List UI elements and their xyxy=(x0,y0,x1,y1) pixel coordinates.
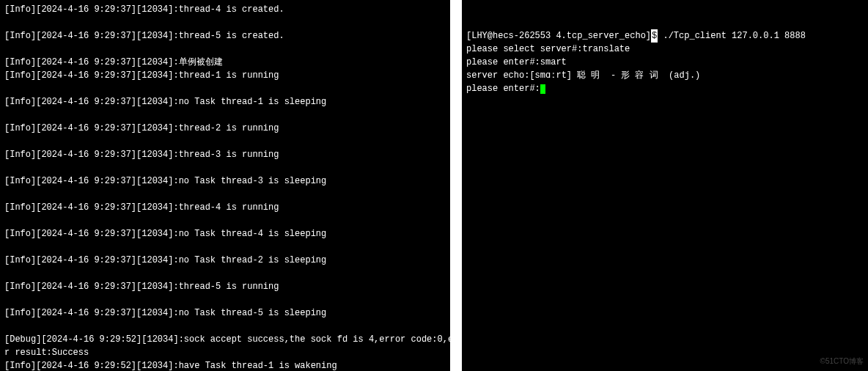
log-line xyxy=(4,214,446,227)
log-line: [Info][2024-4-16 9:29:37][12034]:thread-… xyxy=(4,3,446,16)
log-line: [Info][2024-4-16 9:29:37][12034]:no Task… xyxy=(4,306,446,320)
log-line xyxy=(4,82,446,95)
log-line: [Debug][2024-4-16 9:29:52][12034]:sock a… xyxy=(4,333,446,346)
output-line: please select server#:translate xyxy=(466,43,864,56)
pane-divider xyxy=(450,0,462,371)
cursor-icon xyxy=(540,84,545,94)
prompt-user-host: [LHY@hecs-262553 4.tcp_server_echo] xyxy=(466,31,651,41)
prompt-dollar: $ xyxy=(651,29,658,43)
log-line: [Info][2024-4-16 9:29:37][12034]:thread-… xyxy=(4,280,446,293)
input-prompt-line[interactable]: please enter#: xyxy=(466,82,864,95)
log-line: [Info][2024-4-16 9:29:37][12034]:no Task… xyxy=(4,254,446,267)
log-line xyxy=(4,161,446,175)
log-line xyxy=(4,293,446,306)
log-line xyxy=(4,16,446,29)
log-line: [Info][2024-4-16 9:29:52][12034]:have Ta… xyxy=(4,359,446,371)
log-line: [Info][2024-4-16 9:29:37][12034]:thread-… xyxy=(4,69,446,82)
log-line xyxy=(4,320,446,333)
input-prompt-text: please enter#: xyxy=(466,84,540,94)
log-line: [Info][2024-4-16 9:29:37][12034]:thread-… xyxy=(4,148,446,161)
output-line: please enter#:smart xyxy=(466,56,864,69)
log-line: r result:Success xyxy=(4,346,446,359)
log-line: [Info][2024-4-16 9:29:37][12034]:no Task… xyxy=(4,175,446,188)
log-line xyxy=(4,240,446,254)
output-line: server echo:[smɑːrt] 聪 明 - 形 容 词 (adj.) xyxy=(466,69,864,82)
log-line: [Info][2024-4-16 9:29:37][12034]:no Task… xyxy=(4,95,446,109)
left-terminal-pane[interactable]: [Info][2024-4-16 9:29:37][12034]:thread-… xyxy=(0,0,450,371)
log-line xyxy=(4,267,446,280)
shell-prompt-line: [LHY@hecs-262553 4.tcp_server_echo]$ ./T… xyxy=(466,29,864,43)
log-line xyxy=(4,43,446,56)
prompt-command: ./Tcp_client 127.0.0.1 8888 xyxy=(658,31,806,41)
right-terminal-pane[interactable]: [LHY@hecs-262553 4.tcp_server_echo]$ ./T… xyxy=(462,0,868,371)
log-line: [Info][2024-4-16 9:29:37][12034]:thread-… xyxy=(4,201,446,214)
log-line xyxy=(4,109,446,122)
log-line: [Info][2024-4-16 9:29:37][12034]:no Task… xyxy=(4,227,446,240)
log-line xyxy=(4,188,446,201)
log-line xyxy=(4,135,446,148)
log-line: [Info][2024-4-16 9:29:37][12034]:单例被创建 xyxy=(4,56,446,69)
log-line: [Info][2024-4-16 9:29:37][12034]:thread-… xyxy=(4,29,446,43)
log-line: [Info][2024-4-16 9:29:37][12034]:thread-… xyxy=(4,122,446,135)
watermark-text: ©51CTO博客 xyxy=(820,356,864,367)
